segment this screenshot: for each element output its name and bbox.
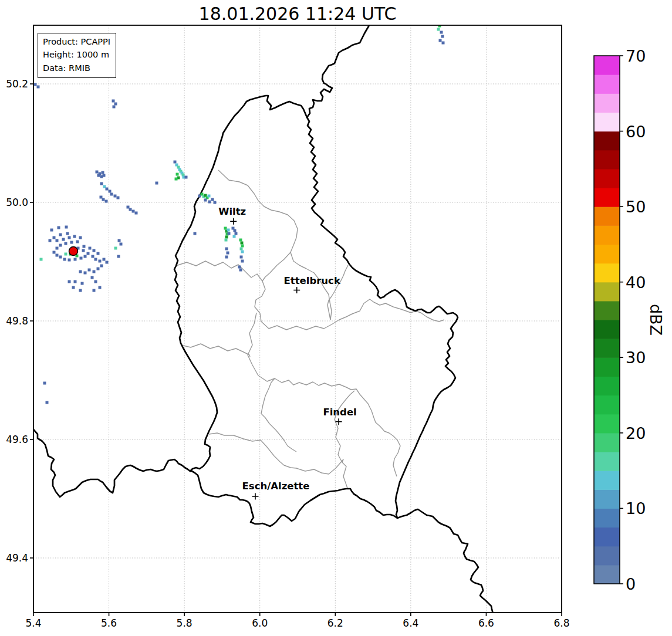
- radar-echo-pixel: [91, 276, 94, 279]
- radar-echo-pixel: [175, 178, 178, 181]
- radar-echo-pixel: [43, 382, 46, 385]
- city-label: Wiltz: [218, 206, 246, 217]
- radar-echo-pixel: [49, 239, 52, 242]
- x-tick-label: 6.6: [478, 617, 494, 629]
- city-marker: [293, 287, 300, 293]
- colorbar-segment: [594, 263, 620, 283]
- y-tick-label: 49.4: [0, 552, 28, 564]
- radar-echo-pixel: [72, 286, 75, 289]
- radar-echo-pixel: [117, 197, 120, 199]
- radar-echo-pixel: [83, 245, 86, 248]
- colorbar-segment: [594, 452, 620, 471]
- radar-echo-pixel: [441, 35, 444, 38]
- radar-echo-pixel: [65, 253, 67, 256]
- x-tick-label: 5.6: [101, 617, 117, 629]
- radar-echo-pixel: [89, 247, 92, 250]
- radar-echo-pixel: [68, 259, 71, 262]
- radar-echo-pixel: [79, 289, 82, 292]
- colorbar-segment: [594, 489, 620, 509]
- radar-echo-pixel: [117, 255, 120, 258]
- radar-echo-pixel: [80, 257, 83, 260]
- radar-echo-pixel: [74, 280, 77, 283]
- radar-echo-pixel: [99, 260, 102, 263]
- radar-map-canvas: [0, 0, 672, 636]
- radar-echo-pixel: [235, 232, 238, 235]
- radar-echo-pixel: [214, 201, 217, 204]
- info-height-line: Height: 1000 m: [43, 48, 110, 61]
- radar-echo-pixel: [87, 252, 90, 255]
- radar-echo-pixel: [114, 195, 117, 198]
- canton-border: [218, 170, 332, 320]
- canton-border: [176, 261, 444, 330]
- radar-echo-pixel: [94, 258, 97, 261]
- colorbar-segment: [594, 301, 620, 320]
- radar-echo-pixel: [68, 236, 71, 239]
- radar-echo-pixel: [73, 235, 76, 238]
- radar-echo-pixel: [84, 255, 87, 258]
- radar-echo-pixel: [88, 269, 91, 272]
- colorbar-tick-label: 20: [626, 424, 646, 442]
- radar-echo-pixel: [93, 289, 96, 292]
- radar-echo-pixel: [135, 212, 138, 215]
- national-border: [174, 96, 458, 526]
- radar-echo-pixel: [109, 190, 112, 193]
- radar-echo-pixel: [439, 39, 442, 42]
- radar-echo-pixel: [112, 100, 115, 103]
- radar-echo-pixel: [437, 28, 440, 31]
- city-label: Findel: [323, 406, 356, 417]
- radar-echo-pixel: [233, 235, 236, 238]
- radar-site-marker: [69, 247, 78, 256]
- radar-echo-pixel: [106, 188, 109, 191]
- radar-echo-pixel: [440, 31, 443, 34]
- product-info-box: Product: PCAPPI Height: 1000 m Data: RMI…: [38, 33, 116, 78]
- national-border: [397, 509, 493, 614]
- radar-echo-pixel: [240, 248, 243, 251]
- radar-echo-pixel: [63, 258, 66, 261]
- radar-echo-pixel: [156, 182, 158, 185]
- radar-echo-pixel: [70, 241, 73, 244]
- x-tick-label: 5.8: [177, 617, 193, 629]
- colorbar-segment: [594, 169, 620, 188]
- colorbar-segment: [594, 150, 620, 170]
- radar-echo-pixel: [118, 239, 121, 242]
- radar-echo-pixel: [58, 226, 60, 229]
- radar-echo-pixel: [241, 242, 244, 245]
- colorbar-segment: [594, 508, 620, 527]
- radar-echo-pixel: [102, 198, 105, 201]
- radar-echo-pixel: [82, 249, 85, 252]
- radar-echo-pixel: [59, 256, 62, 259]
- x-tick-label: 6.0: [252, 617, 268, 629]
- city-marker: [252, 493, 259, 499]
- radar-echo-pixel: [84, 272, 87, 275]
- radar-echo-pixel: [79, 236, 82, 239]
- colorbar-segment: [594, 376, 620, 395]
- radar-echo-pixel: [241, 251, 244, 253]
- page-title: 18.01.2026 11:24 UTC: [199, 4, 397, 24]
- radar-echo-pixel: [227, 252, 229, 255]
- canton-border: [327, 265, 348, 320]
- radar-echo-pixel: [93, 249, 96, 252]
- city-label: Esch/Alzette: [242, 480, 310, 491]
- map-layer: [33, 23, 562, 614]
- colorbar-segment: [594, 339, 620, 358]
- radar-echo-pixel: [37, 86, 40, 89]
- radar-echo-pixel: [176, 173, 179, 176]
- colorbar-segment: [594, 282, 620, 302]
- radar-echo-pixel: [185, 176, 188, 179]
- radar-echo-pixel: [97, 174, 100, 177]
- radar-echo-pixel: [102, 171, 104, 174]
- plot-frame: [33, 25, 562, 613]
- colorbar-tick-label: 40: [626, 273, 646, 291]
- radar-echo-pixel: [225, 256, 228, 259]
- radar-echo-pixel: [211, 198, 214, 201]
- radar-echo-pixel: [114, 247, 117, 250]
- radar-echo-pixel: [224, 227, 227, 230]
- radar-echo-pixel: [238, 266, 241, 269]
- radar-echo-pixel: [105, 200, 108, 203]
- radar-echo-pixel: [40, 258, 43, 261]
- colorbar-segment: [594, 414, 620, 434]
- radar-echo-pixel: [225, 239, 228, 242]
- radar-echo-pixel: [204, 199, 207, 202]
- radar-echo-pixel: [241, 260, 244, 263]
- radar-echo-pixel: [100, 182, 103, 185]
